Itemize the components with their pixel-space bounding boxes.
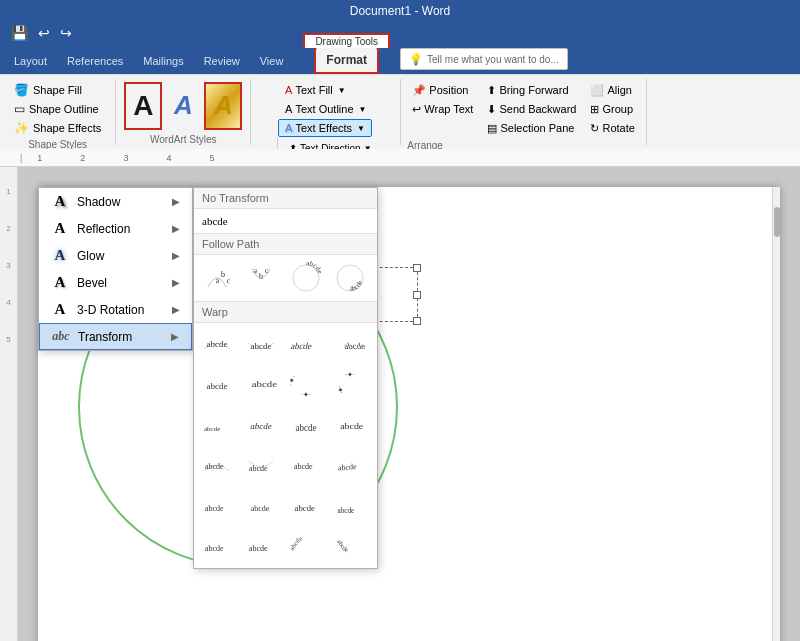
transform-scroll[interactable]: No Transform abcde Follow Path a — [194, 188, 377, 568]
document-page: T&T Agency — [38, 187, 780, 641]
tab-format[interactable]: Format — [314, 48, 379, 74]
reflection-icon: A — [51, 220, 69, 237]
transform-label: Transform — [78, 330, 132, 344]
text-effects-arrow[interactable]: ▼ — [357, 124, 365, 133]
warp-item-14[interactable]: abcde — [242, 447, 280, 485]
warp-item-19[interactable]: abcde — [287, 487, 325, 525]
tab-view[interactable]: View — [250, 48, 294, 74]
transform-icon: abc — [52, 329, 70, 344]
text-fill-arrow[interactable]: ▼ — [338, 86, 346, 95]
text-fill-btn[interactable]: A Text Fill ▼ — [278, 81, 353, 99]
warp-item-13[interactable]: abcde — [198, 447, 236, 485]
scrollbar-track[interactable] — [772, 187, 780, 641]
tab-references[interactable]: References — [57, 48, 133, 74]
warp-19-icon: abcde — [289, 489, 323, 523]
warp-item-1[interactable]: abcde — [198, 327, 236, 365]
text-outline-btn[interactable]: A Text Outline ▼ — [278, 100, 373, 118]
warp-item-8[interactable]: ·✦· ·✦· — [331, 367, 369, 405]
tell-me-text: Tell me what you want to do... — [427, 54, 559, 65]
warp-item-15[interactable]: abcde — [287, 447, 325, 485]
handle-bottom-right[interactable] — [413, 317, 421, 325]
tell-me-input[interactable]: 💡 Tell me what you want to do... — [400, 48, 568, 70]
follow-path-arch-up[interactable]: a b c — [198, 259, 236, 297]
drawing-tools-section: Drawing Tools Format — [303, 33, 390, 74]
warp-item-23[interactable]: abcde — [287, 527, 325, 565]
warp-item-21[interactable]: abcde — [198, 527, 236, 565]
wordart-style-black[interactable]: A — [124, 82, 162, 130]
rotate-btn[interactable]: ↻ Rotate — [585, 119, 639, 137]
tab-mailings[interactable]: Mailings — [133, 48, 193, 74]
reflection-label: Reflection — [77, 222, 130, 236]
warp-20-icon: abcde — [333, 489, 367, 523]
app-window: Document1 - Word 💾 ↩ ↪ Layout References… — [0, 0, 800, 641]
bring-forward-btn[interactable]: ⬆ Bring Forward — [482, 81, 581, 99]
3d-rotation-label: 3-D Rotation — [77, 303, 144, 317]
group-btn[interactable]: ⊞ Group — [585, 100, 639, 118]
bevel-icon: A — [51, 274, 69, 291]
shape-effects-btn[interactable]: ✨ Shape Effects — [8, 119, 107, 137]
circle-path2-icon: abcde — [333, 261, 367, 295]
svg-text:abcde: abcde — [252, 380, 277, 388]
wordart-style-gold[interactable]: A — [204, 82, 242, 130]
shape-fill-btn[interactable]: 🪣 Shape Fill — [8, 81, 88, 99]
align-icon: ⬜ — [590, 84, 604, 97]
shape-outline-btn[interactable]: ▭ Shape Outline — [8, 100, 105, 118]
warp-item-18[interactable]: abcde — [242, 487, 280, 525]
follow-path-arch-down[interactable]: a b c — [242, 259, 280, 297]
handle-top-right[interactable] — [413, 264, 421, 272]
wrap-text-btn[interactable]: ↩ Wrap Text — [407, 100, 478, 118]
glow-arrow: ▶ — [172, 250, 180, 261]
qat-redo[interactable]: ↪ — [57, 25, 75, 41]
rotate-label: Rotate — [602, 122, 634, 134]
warp-item-24[interactable]: abcde — [331, 527, 369, 565]
text-effects-btn[interactable]: A Text Effects ▼ — [278, 119, 372, 137]
effect-bevel[interactable]: A Bevel ▶ — [39, 269, 192, 296]
position-btn[interactable]: 📌 Position — [407, 81, 478, 99]
warp-1-icon: abcde — [200, 329, 234, 363]
align-btn[interactable]: ⬜ Align — [585, 81, 639, 99]
qat-undo[interactable]: ↩ — [35, 25, 53, 41]
warp-item-10[interactable]: abcde — [242, 407, 280, 445]
scrollbar-thumb[interactable] — [774, 207, 780, 237]
shadow-arrow: ▶ — [172, 196, 180, 207]
effect-transform[interactable]: abc Transform ▶ — [39, 323, 192, 350]
tab-layout[interactable]: Layout — [4, 48, 57, 74]
warp-item-6[interactable]: abcde — [242, 367, 280, 405]
send-backward-btn[interactable]: ⬇ Send Backward — [482, 100, 581, 118]
warp-item-4[interactable]: abcde — [331, 327, 369, 365]
text-effects-dropdown[interactable]: A Shadow ▶ A Reflection ▶ A Glow ▶ — [38, 187, 193, 351]
qat-save[interactable]: 💾 — [8, 25, 31, 41]
text-fill-icon: A — [285, 84, 292, 96]
svg-text:b: b — [221, 270, 225, 279]
effect-3d-rotation[interactable]: A 3-D Rotation ▶ — [39, 296, 192, 323]
warp-item-9[interactable]: abcde — [198, 407, 236, 445]
warp-item-7[interactable]: ·✦· ·✦· — [287, 367, 325, 405]
warp-item-22[interactable]: abcde — [242, 527, 280, 565]
no-transform-preview[interactable]: abcde — [194, 209, 377, 234]
warp-item-3[interactable]: abcde — [287, 327, 325, 365]
warp-item-20[interactable]: abcde — [331, 487, 369, 525]
warp-item-17[interactable]: abcde — [198, 487, 236, 525]
text-outline-arrow[interactable]: ▼ — [359, 105, 367, 114]
effect-shadow[interactable]: A Shadow ▶ — [39, 188, 192, 215]
warp-21-icon: abcde — [200, 529, 234, 563]
warp-item-16[interactable]: abcde — [331, 447, 369, 485]
window-title: Document1 - Word — [350, 4, 450, 18]
warp-item-11[interactable]: abcde — [287, 407, 325, 445]
follow-path-circle[interactable]: abcde — [287, 259, 325, 297]
svg-text:abcde: abcde — [336, 538, 350, 553]
effect-reflection[interactable]: A Reflection ▶ — [39, 215, 192, 242]
transform-submenu[interactable]: No Transform abcde Follow Path a — [193, 187, 378, 569]
selection-pane-btn[interactable]: ▤ Selection Pane — [482, 119, 581, 137]
wordart-style-blue[interactable]: A — [164, 82, 202, 130]
circle-path-icon: abcde — [289, 261, 323, 295]
warp-item-5[interactable]: abcde — [198, 367, 236, 405]
handle-middle-right[interactable] — [413, 291, 421, 299]
effect-glow[interactable]: A Glow ▶ — [39, 242, 192, 269]
align-label: Align — [607, 84, 631, 96]
tab-review[interactable]: Review — [194, 48, 250, 74]
group-label: Group — [602, 103, 633, 115]
follow-path-circle2[interactable]: abcde — [331, 259, 369, 297]
warp-item-2[interactable]: abcde — [242, 327, 280, 365]
warp-item-12[interactable]: abcde — [331, 407, 369, 445]
